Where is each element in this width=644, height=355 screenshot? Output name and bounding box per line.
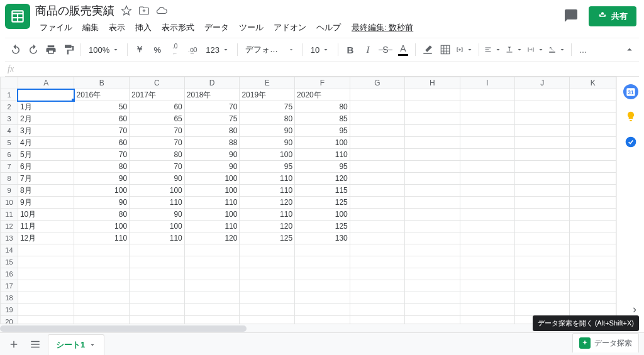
cell[interactable] xyxy=(240,280,295,292)
cell[interactable]: 95 xyxy=(295,125,350,137)
cell[interactable] xyxy=(405,292,460,304)
cell[interactable]: 110 xyxy=(130,232,185,244)
cell[interactable]: 90 xyxy=(130,173,185,185)
side-panel-toggle-icon[interactable]: › xyxy=(633,303,636,316)
cell[interactable] xyxy=(184,304,240,316)
column-header[interactable]: H xyxy=(405,77,460,89)
row-header[interactable]: 16 xyxy=(1,268,18,280)
row-header[interactable]: 15 xyxy=(1,256,18,268)
menu-help[interactable]: ヘルプ xyxy=(312,20,345,35)
formula-input[interactable] xyxy=(24,62,639,76)
cell[interactable]: 100 xyxy=(74,221,130,232)
cell[interactable]: 2016年 xyxy=(74,89,130,101)
font-family-select[interactable]: デフォルト... xyxy=(242,41,298,58)
cell[interactable] xyxy=(240,304,295,316)
cell[interactable] xyxy=(570,197,616,209)
cell[interactable] xyxy=(405,304,460,316)
cell[interactable] xyxy=(460,101,514,113)
cell[interactable]: 70 xyxy=(74,149,130,161)
cell[interactable] xyxy=(350,221,404,232)
cell[interactable]: 7月 xyxy=(18,173,74,185)
cell[interactable] xyxy=(350,149,404,161)
cell[interactable]: 2019年 xyxy=(240,89,295,101)
explore-button[interactable]: データ探索 xyxy=(572,333,639,352)
cell[interactable] xyxy=(514,161,569,173)
cell[interactable]: 125 xyxy=(295,197,350,209)
row-header[interactable]: 4 xyxy=(1,125,18,137)
cell[interactable] xyxy=(570,244,616,256)
cell[interactable] xyxy=(460,268,514,280)
cell[interactable] xyxy=(460,197,514,209)
cell[interactable] xyxy=(514,113,569,125)
cell[interactable]: 110 xyxy=(240,173,295,185)
cell[interactable] xyxy=(18,89,74,101)
cell[interactable] xyxy=(570,173,616,185)
cell[interactable] xyxy=(570,113,616,125)
cell[interactable]: 12月 xyxy=(18,232,74,244)
cell[interactable]: 115 xyxy=(295,185,350,197)
cell[interactable]: 60 xyxy=(74,137,130,149)
cell[interactable]: 90 xyxy=(184,149,240,161)
menu-data[interactable]: データ xyxy=(200,20,233,35)
cell[interactable]: 75 xyxy=(240,101,295,113)
cell[interactable]: 100 xyxy=(295,209,350,221)
borders-button[interactable] xyxy=(437,41,453,58)
percent-button[interactable]: % xyxy=(149,41,165,58)
cell[interactable]: 8月 xyxy=(18,185,74,197)
cell[interactable]: 80 xyxy=(240,113,295,125)
cell[interactable] xyxy=(18,268,74,280)
cell[interactable]: 110 xyxy=(184,221,240,232)
spreadsheet-grid[interactable]: ABCDEFGHIJK12016年2017年2018年2019年2020年21月… xyxy=(0,77,616,324)
cell[interactable] xyxy=(570,232,616,244)
cell[interactable]: 110 xyxy=(295,149,350,161)
column-header[interactable]: G xyxy=(350,77,404,89)
row-header[interactable]: 19 xyxy=(1,304,18,316)
cell[interactable] xyxy=(570,89,616,101)
cell[interactable] xyxy=(405,232,460,244)
cell[interactable] xyxy=(350,316,404,324)
column-header[interactable]: K xyxy=(570,77,616,89)
cell[interactable] xyxy=(460,316,514,324)
cell[interactable] xyxy=(295,280,350,292)
move-icon[interactable] xyxy=(138,5,150,16)
menu-format[interactable]: 表示形式 xyxy=(157,20,199,35)
cell[interactable] xyxy=(74,244,130,256)
cell[interactable] xyxy=(405,185,460,197)
cell[interactable] xyxy=(405,256,460,268)
cell[interactable] xyxy=(514,185,569,197)
cell[interactable]: 90 xyxy=(74,197,130,209)
cell[interactable] xyxy=(184,244,240,256)
tasks-icon[interactable] xyxy=(623,134,638,150)
cell[interactable] xyxy=(295,256,350,268)
cell[interactable] xyxy=(405,137,460,149)
cell[interactable] xyxy=(240,268,295,280)
cell[interactable]: 80 xyxy=(130,149,185,161)
cell[interactable] xyxy=(460,209,514,221)
cell[interactable]: 60 xyxy=(130,101,185,113)
cell[interactable] xyxy=(570,292,616,304)
zoom-select[interactable]: 100% xyxy=(85,41,123,58)
paint-format-button[interactable] xyxy=(60,41,77,58)
cell[interactable]: 80 xyxy=(184,125,240,137)
cell[interactable] xyxy=(18,304,74,316)
row-header[interactable]: 10 xyxy=(1,197,18,209)
number-format-select[interactable]: 123 xyxy=(202,41,233,58)
cell[interactable] xyxy=(570,101,616,113)
sheets-logo[interactable] xyxy=(5,4,30,29)
cell[interactable]: 95 xyxy=(295,161,350,173)
cell[interactable] xyxy=(570,256,616,268)
cell[interactable]: 65 xyxy=(130,113,185,125)
cell[interactable]: 3月 xyxy=(18,125,74,137)
cell[interactable]: 80 xyxy=(74,161,130,173)
cell[interactable] xyxy=(350,304,404,316)
row-header[interactable]: 13 xyxy=(1,232,18,244)
cell[interactable] xyxy=(350,113,404,125)
cell[interactable] xyxy=(350,89,404,101)
column-header[interactable]: J xyxy=(514,77,569,89)
more-button[interactable]: … xyxy=(575,41,592,58)
cell[interactable] xyxy=(350,280,404,292)
cell[interactable] xyxy=(570,161,616,173)
cell[interactable] xyxy=(74,316,130,324)
cell[interactable]: 85 xyxy=(295,113,350,125)
cell[interactable] xyxy=(514,304,569,316)
